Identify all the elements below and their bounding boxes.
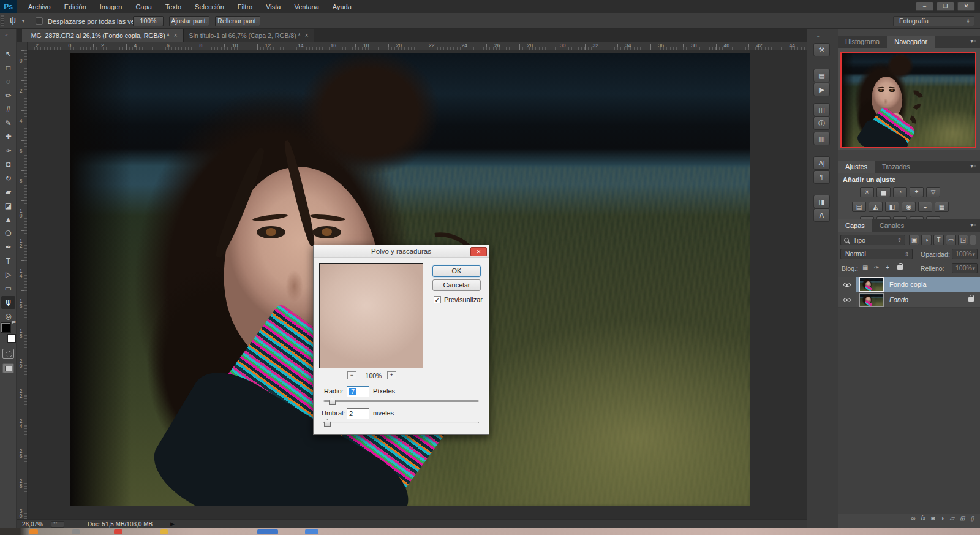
black-white-icon[interactable]: ◧ bbox=[885, 202, 899, 212]
character-styles-icon[interactable]: ◨ bbox=[813, 195, 830, 208]
new-adjustment-layer-icon[interactable]: ◑ bbox=[940, 515, 944, 523]
tab-capas[interactable]: Capas bbox=[838, 219, 872, 232]
lock-all-icon[interactable] bbox=[897, 265, 903, 270]
layer-visibility-cell[interactable] bbox=[838, 292, 856, 307]
link-layers-icon[interactable]: ∞ bbox=[911, 515, 915, 523]
layer-thumbnail[interactable] bbox=[860, 278, 883, 291]
navigator-proxy-view[interactable] bbox=[840, 52, 976, 148]
delete-layer-icon[interactable]: ▯ bbox=[970, 515, 974, 523]
color-lookup-icon[interactable]: ▦ bbox=[935, 202, 949, 212]
panel-menu-icon[interactable]: ▾≡ bbox=[970, 219, 980, 232]
layer-row-main[interactable]: Fondo copia bbox=[856, 277, 980, 292]
background-color-swatch[interactable] bbox=[7, 334, 16, 343]
blend-mode-dropdown[interactable]: Normal ⇕ bbox=[840, 249, 913, 259]
radius-slider-thumb[interactable] bbox=[329, 398, 336, 405]
layer-row[interactable]: Fondo copia bbox=[838, 277, 980, 292]
panel-menu-icon[interactable]: ▾≡ bbox=[970, 161, 980, 173]
channel-mixer-icon[interactable]: ◒ bbox=[918, 202, 932, 212]
brightness-contrast-icon[interactable]: ☀ bbox=[860, 187, 874, 197]
dodge-tool[interactable]: ❍ bbox=[1, 227, 15, 240]
marquee-tool[interactable]: □ bbox=[1, 62, 15, 75]
fill-value[interactable]: 100% ▾ bbox=[952, 263, 978, 273]
shape-tool[interactable]: ▭ bbox=[1, 283, 15, 295]
vibrance-icon[interactable]: ▽ bbox=[926, 187, 940, 197]
hand-tool-icon[interactable]: ψ bbox=[10, 15, 16, 25]
brush-tool[interactable]: ✑ bbox=[1, 145, 15, 157]
eye-icon[interactable] bbox=[843, 283, 851, 287]
menu-filtro[interactable]: Filtro bbox=[231, 1, 259, 13]
dock-expand-icon[interactable]: « bbox=[817, 34, 820, 39]
exposure-icon[interactable]: ± bbox=[910, 187, 924, 197]
eye-icon[interactable] bbox=[843, 298, 851, 302]
preview-checkbox[interactable]: ✓ bbox=[434, 296, 441, 303]
fill-screen-button[interactable]: Rellenar pant. bbox=[215, 16, 260, 26]
restore-button[interactable]: ❐ bbox=[937, 2, 954, 11]
taskbar-icon[interactable] bbox=[257, 529, 278, 534]
dialog-title[interactable]: Polvo y rascaduras bbox=[314, 245, 489, 258]
foreground-color-swatch[interactable] bbox=[1, 323, 10, 332]
tool-preset-caret-icon[interactable]: ▾ bbox=[22, 18, 24, 24]
layer-row-main[interactable]: Fondo bbox=[856, 292, 980, 307]
lock-transparency-icon[interactable]: ▦ bbox=[862, 264, 868, 271]
tab-canales[interactable]: Canales bbox=[872, 219, 911, 232]
curves-icon[interactable]: ◔ bbox=[893, 187, 907, 197]
opacity-value[interactable]: 100% ▾ bbox=[952, 249, 978, 259]
eraser-tool[interactable]: ▰ bbox=[1, 186, 15, 199]
history-icon[interactable]: ▤ bbox=[813, 69, 830, 82]
cancel-button[interactable]: Cancelar bbox=[432, 279, 481, 291]
levels-icon[interactable]: ▅ bbox=[876, 187, 891, 197]
layer-visibility-cell[interactable] bbox=[838, 277, 856, 292]
type-tool[interactable]: T bbox=[1, 255, 15, 268]
minimize-button[interactable]: – bbox=[916, 2, 933, 11]
tab-trazados[interactable]: Trazados bbox=[875, 161, 917, 173]
panel-menu-icon[interactable]: ▾≡ bbox=[970, 36, 980, 48]
filter-shape-icon[interactable]: ▭ bbox=[946, 235, 956, 245]
menu-texto[interactable]: Texto bbox=[159, 1, 188, 13]
paragraph-icon[interactable]: ¶ bbox=[813, 170, 830, 184]
new-layer-icon[interactable]: ⊞ bbox=[960, 515, 965, 523]
document-tab[interactable]: _MG_2878.CR2 al 26,1% (Fondo copia, RGB/… bbox=[22, 29, 184, 42]
fit-screen-button[interactable]: Ajustar pant. bbox=[169, 16, 209, 26]
workspace-selector[interactable]: Fotografía ⇕ bbox=[893, 16, 974, 26]
threshold-slider-thumb[interactable] bbox=[324, 419, 331, 427]
layer-effects-icon[interactable]: fx bbox=[921, 515, 926, 523]
filter-type-icon[interactable]: T bbox=[933, 235, 944, 245]
tool-presets-icon[interactable]: ⚒ bbox=[813, 43, 830, 56]
menu-selecci-n[interactable]: Selección bbox=[188, 1, 231, 13]
ok-button[interactable]: OK bbox=[432, 265, 481, 277]
add-layer-mask-icon[interactable]: ◙ bbox=[931, 515, 935, 523]
lock-position-icon[interactable]: + bbox=[886, 264, 889, 271]
threshold-slider[interactable] bbox=[323, 422, 479, 423]
quick-mask-button[interactable] bbox=[2, 349, 14, 359]
screen-mode-button[interactable] bbox=[2, 363, 14, 373]
filter-adjustment-icon[interactable]: ◑ bbox=[921, 235, 932, 245]
dialog-preview-image[interactable] bbox=[319, 263, 423, 368]
status-zoom-level[interactable]: 26,07% bbox=[22, 521, 43, 528]
new-group-icon[interactable]: ▱ bbox=[949, 515, 954, 523]
layer-filter-toggle[interactable] bbox=[970, 235, 976, 245]
hue-saturation-icon[interactable]: ▤ bbox=[852, 202, 866, 212]
layer-row[interactable]: Fondo bbox=[838, 292, 980, 308]
filter-pixel-icon[interactable]: ▣ bbox=[909, 235, 919, 245]
preview-zoom-in-button[interactable]: + bbox=[387, 371, 396, 379]
menu-edici-n[interactable]: Edición bbox=[58, 1, 93, 13]
taskbar-icon[interactable] bbox=[114, 529, 123, 534]
preview-zoom-out-button[interactable]: − bbox=[347, 371, 356, 379]
dialog-close-button[interactable]: ✕ bbox=[470, 247, 487, 256]
quick-selection-tool[interactable]: ✏ bbox=[1, 89, 15, 102]
layer-filter-dropdown[interactable]: Tipo ⇕ bbox=[840, 235, 905, 245]
menu-imagen[interactable]: Imagen bbox=[93, 1, 129, 13]
menu-archivo[interactable]: Archivo bbox=[21, 1, 58, 13]
toolbar-collapse-icon[interactable]: » bbox=[5, 32, 7, 37]
info-icon[interactable]: ⓘ bbox=[813, 116, 830, 130]
menu-vista[interactable]: Vista bbox=[259, 1, 287, 13]
scroll-all-windows-checkbox[interactable] bbox=[36, 17, 43, 25]
hand-tool[interactable]: ψ bbox=[1, 296, 15, 309]
close-tab-icon[interactable]: × bbox=[174, 32, 178, 39]
actions-icon[interactable]: ▶ bbox=[813, 83, 830, 96]
taskbar-icon[interactable] bbox=[305, 529, 318, 534]
move-tool[interactable]: ↖ bbox=[1, 48, 15, 61]
document-tab[interactable]: Sin título-1 al 66,7% (Capa 2, RGB/8) *× bbox=[184, 29, 315, 42]
taskbar-icon[interactable] bbox=[29, 529, 38, 534]
tab-navegador[interactable]: Navegador bbox=[887, 36, 935, 48]
